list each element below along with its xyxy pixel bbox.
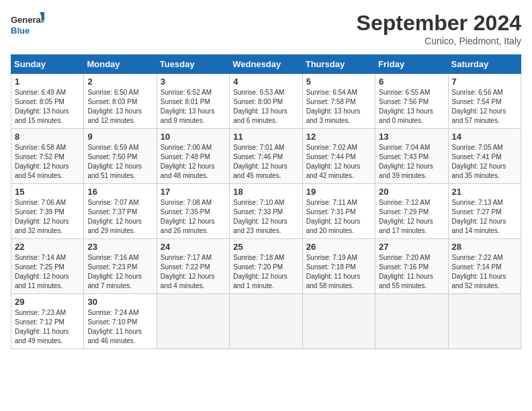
- table-row: 12 Sunrise: 7:02 AMSunset: 7:44 PMDaylig…: [302, 129, 375, 184]
- location-subtitle: Cunico, Piedmont, Italy: [357, 36, 521, 46]
- day-number: 27: [379, 242, 444, 252]
- calendar-week-row: 29 Sunrise: 7:23 AMSunset: 7:12 PMDaylig…: [11, 294, 521, 349]
- table-row: 24 Sunrise: 7:17 AMSunset: 7:22 PMDaylig…: [157, 239, 229, 294]
- day-number: 19: [306, 187, 371, 197]
- calendar-week-row: 8 Sunrise: 6:58 AMSunset: 7:52 PMDayligh…: [11, 129, 521, 184]
- header-tuesday: Tuesday: [157, 55, 229, 74]
- day-number: 16: [87, 187, 152, 197]
- cell-info: Sunrise: 6:52 AMSunset: 8:01 PMDaylight:…: [161, 88, 226, 126]
- table-row: 27 Sunrise: 7:20 AMSunset: 7:16 PMDaylig…: [375, 239, 448, 294]
- table-row: 28 Sunrise: 7:22 AMSunset: 7:14 PMDaylig…: [448, 239, 521, 294]
- day-number: 8: [15, 132, 80, 142]
- table-row: 3 Sunrise: 6:52 AMSunset: 8:01 PMDayligh…: [157, 74, 229, 129]
- day-number: 28: [452, 242, 517, 252]
- table-row: 14 Sunrise: 7:05 AMSunset: 7:41 PMDaylig…: [448, 129, 521, 184]
- cell-info: Sunrise: 6:50 AMSunset: 8:03 PMDaylight:…: [87, 88, 152, 126]
- day-number: 24: [161, 242, 226, 252]
- day-number: 30: [87, 297, 152, 307]
- logo-svg: General Blue: [11, 11, 44, 38]
- table-row: 25 Sunrise: 7:18 AMSunset: 7:20 PMDaylig…: [230, 239, 302, 294]
- cell-info: Sunrise: 7:17 AMSunset: 7:22 PMDaylight:…: [161, 253, 226, 291]
- header-saturday: Saturday: [448, 55, 521, 74]
- day-number: 10: [161, 132, 226, 142]
- table-row: 23 Sunrise: 7:16 AMSunset: 7:23 PMDaylig…: [84, 239, 157, 294]
- title-block: September 2024 Cunico, Piedmont, Italy: [357, 11, 521, 46]
- day-number: 11: [233, 132, 298, 142]
- svg-text:General: General: [11, 15, 43, 25]
- day-number: 1: [15, 77, 80, 87]
- cell-info: Sunrise: 6:59 AMSunset: 7:50 PMDaylight:…: [87, 143, 152, 181]
- cell-info: Sunrise: 7:13 AMSunset: 7:27 PMDaylight:…: [452, 198, 517, 236]
- cell-info: Sunrise: 7:23 AMSunset: 7:12 PMDaylight:…: [15, 308, 80, 346]
- cell-info: Sunrise: 7:24 AMSunset: 7:10 PMDaylight:…: [87, 308, 152, 346]
- table-row: 5 Sunrise: 6:54 AMSunset: 7:58 PMDayligh…: [302, 74, 375, 129]
- table-row: 18 Sunrise: 7:10 AMSunset: 7:33 PMDaylig…: [230, 184, 302, 239]
- day-number: 9: [87, 132, 152, 142]
- cell-info: Sunrise: 7:00 AMSunset: 7:48 PMDaylight:…: [161, 143, 226, 181]
- cell-info: Sunrise: 7:07 AMSunset: 7:37 PMDaylight:…: [87, 198, 152, 236]
- cell-info: Sunrise: 7:14 AMSunset: 7:25 PMDaylight:…: [15, 253, 80, 291]
- day-number: 26: [306, 242, 371, 252]
- cell-info: Sunrise: 6:58 AMSunset: 7:52 PMDaylight:…: [15, 143, 80, 181]
- day-number: 7: [452, 77, 517, 87]
- cell-info: Sunrise: 7:12 AMSunset: 7:29 PMDaylight:…: [379, 198, 444, 236]
- table-row: 15 Sunrise: 7:06 AMSunset: 7:39 PMDaylig…: [11, 184, 84, 239]
- table-row: 21 Sunrise: 7:13 AMSunset: 7:27 PMDaylig…: [448, 184, 521, 239]
- cell-info: Sunrise: 7:18 AMSunset: 7:20 PMDaylight:…: [233, 253, 298, 291]
- table-row: 22 Sunrise: 7:14 AMSunset: 7:25 PMDaylig…: [11, 239, 84, 294]
- day-number: 21: [452, 187, 517, 197]
- table-row: 17 Sunrise: 7:08 AMSunset: 7:35 PMDaylig…: [157, 184, 229, 239]
- cell-info: Sunrise: 7:22 AMSunset: 7:14 PMDaylight:…: [452, 253, 517, 291]
- table-row: 30 Sunrise: 7:24 AMSunset: 7:10 PMDaylig…: [84, 294, 157, 349]
- day-number: 17: [161, 187, 226, 197]
- day-number: 22: [15, 242, 80, 252]
- cell-info: Sunrise: 6:53 AMSunset: 8:00 PMDaylight:…: [233, 88, 298, 126]
- table-row: 16 Sunrise: 7:07 AMSunset: 7:37 PMDaylig…: [84, 184, 157, 239]
- day-number: 12: [306, 132, 371, 142]
- cell-info: Sunrise: 6:54 AMSunset: 7:58 PMDaylight:…: [306, 88, 371, 126]
- table-row: 6 Sunrise: 6:55 AMSunset: 7:56 PMDayligh…: [375, 74, 448, 129]
- day-number: 14: [452, 132, 517, 142]
- cell-info: Sunrise: 7:08 AMSunset: 7:35 PMDaylight:…: [161, 198, 226, 236]
- day-number: 5: [306, 77, 371, 87]
- header-sunday: Sunday: [11, 55, 84, 74]
- calendar-week-row: 1 Sunrise: 6:49 AMSunset: 8:05 PMDayligh…: [11, 74, 521, 129]
- header-friday: Friday: [375, 55, 448, 74]
- day-number: 18: [233, 187, 298, 197]
- cell-info: Sunrise: 7:06 AMSunset: 7:39 PMDaylight:…: [15, 198, 80, 236]
- calendar-week-row: 22 Sunrise: 7:14 AMSunset: 7:25 PMDaylig…: [11, 239, 521, 294]
- table-row: 10 Sunrise: 7:00 AMSunset: 7:48 PMDaylig…: [157, 129, 229, 184]
- svg-text:Blue: Blue: [11, 26, 30, 36]
- month-title: September 2024: [357, 11, 521, 36]
- table-row: 26 Sunrise: 7:19 AMSunset: 7:18 PMDaylig…: [302, 239, 375, 294]
- table-row: 20 Sunrise: 7:12 AMSunset: 7:29 PMDaylig…: [375, 184, 448, 239]
- cell-info: Sunrise: 7:10 AMSunset: 7:33 PMDaylight:…: [233, 198, 298, 236]
- cell-info: Sunrise: 7:04 AMSunset: 7:43 PMDaylight:…: [379, 143, 444, 181]
- cell-info: Sunrise: 7:19 AMSunset: 7:18 PMDaylight:…: [306, 253, 371, 291]
- day-number: 4: [233, 77, 298, 87]
- table-row: 2 Sunrise: 6:50 AMSunset: 8:03 PMDayligh…: [84, 74, 157, 129]
- day-number: 13: [379, 132, 444, 142]
- table-row: [302, 294, 375, 349]
- cell-info: Sunrise: 7:16 AMSunset: 7:23 PMDaylight:…: [87, 253, 152, 291]
- table-row: 19 Sunrise: 7:11 AMSunset: 7:31 PMDaylig…: [302, 184, 375, 239]
- calendar-table: Sunday Monday Tuesday Wednesday Thursday…: [11, 54, 521, 349]
- cell-info: Sunrise: 7:02 AMSunset: 7:44 PMDaylight:…: [306, 143, 371, 181]
- day-number: 3: [161, 77, 226, 87]
- header-wednesday: Wednesday: [230, 55, 302, 74]
- table-row: 29 Sunrise: 7:23 AMSunset: 7:12 PMDaylig…: [11, 294, 84, 349]
- cell-info: Sunrise: 6:55 AMSunset: 7:56 PMDaylight:…: [379, 88, 444, 126]
- cell-info: Sunrise: 6:56 AMSunset: 7:54 PMDaylight:…: [452, 88, 517, 126]
- table-row: [375, 294, 448, 349]
- table-row: 7 Sunrise: 6:56 AMSunset: 7:54 PMDayligh…: [448, 74, 521, 129]
- table-row: 11 Sunrise: 7:01 AMSunset: 7:46 PMDaylig…: [230, 129, 302, 184]
- calendar-header-row: Sunday Monday Tuesday Wednesday Thursday…: [11, 55, 521, 74]
- table-row: [157, 294, 229, 349]
- cell-info: Sunrise: 6:49 AMSunset: 8:05 PMDaylight:…: [15, 88, 80, 126]
- header-thursday: Thursday: [302, 55, 375, 74]
- day-number: 6: [379, 77, 444, 87]
- calendar-week-row: 15 Sunrise: 7:06 AMSunset: 7:39 PMDaylig…: [11, 184, 521, 239]
- cell-info: Sunrise: 7:01 AMSunset: 7:46 PMDaylight:…: [233, 143, 298, 181]
- day-number: 2: [87, 77, 152, 87]
- cell-info: Sunrise: 7:20 AMSunset: 7:16 PMDaylight:…: [379, 253, 444, 291]
